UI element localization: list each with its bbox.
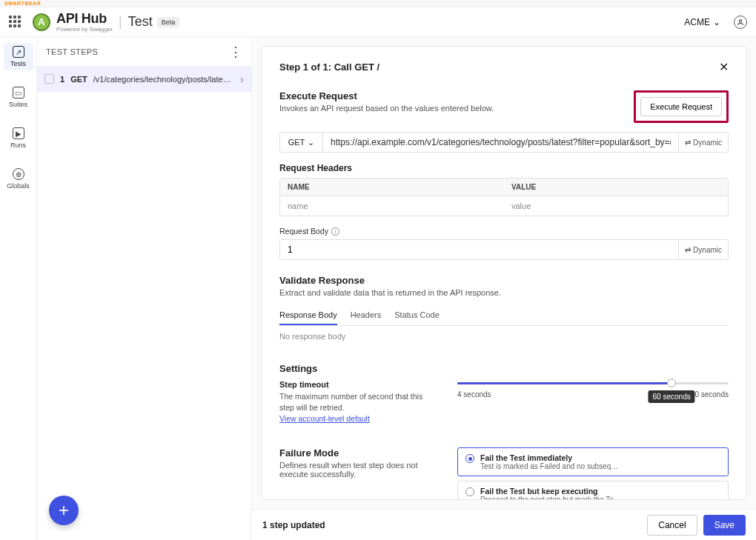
validate-response-desc: Extract and validate data that is return… [279,288,729,297]
test-steps-panel: TEST STEPS ⋮ 1 GET /v1/categories/techno… [37,37,252,540]
request-url-input[interactable] [323,133,678,152]
step-path: /v1/categories/technology/posts/latest?f… [93,75,234,84]
svg-point-0 [739,19,741,21]
header-name-input[interactable]: name [280,196,504,216]
validate-response-title: Validate Response [279,275,729,286]
failure-opt1-title: Fail the Test immediately [480,453,621,462]
brand-block: API Hub Powered by Swagger [56,11,113,33]
app-launcher-icon[interactable] [9,16,22,29]
radio-icon [465,487,474,496]
response-body-empty: No response body [279,332,729,341]
test-steps-header: TEST STEPS ⋮ [37,37,251,67]
tests-icon: ↗ [13,46,24,58]
request-headers-table: NAME VALUE name value [279,178,729,216]
workspace-name: ACME [684,17,710,27]
tab-headers[interactable]: Headers [351,306,382,325]
info-icon[interactable]: i [331,227,339,236]
slider-value-tooltip: 60 seconds [649,390,695,403]
execute-request-title: Execute Request [279,90,494,101]
request-headers-title: Request Headers [279,163,729,173]
validate-tabs: Response Body Headers Status Code [279,306,729,326]
footer-bar: 1 step updated Cancel Save [252,509,756,540]
header-col-name: NAME [280,179,504,196]
runs-icon: ▶ [13,127,24,139]
nav-suites-label: Suites [9,101,27,108]
step-method: GET [70,75,87,84]
failure-mode-options: Fail the Test immediately Test is marked… [457,447,729,500]
dynamic-label: Dynamic [693,139,722,147]
beta-badge: Beta [157,17,180,27]
footer-status-message: 1 step updated [262,520,325,530]
view-account-default-link[interactable]: View account-level default [279,414,370,423]
execute-request-desc: Invokes an API request based on the valu… [279,104,494,113]
tab-response-body[interactable]: Response Body [279,306,337,325]
request-line: GET ⌄ ⇄ Dynamic [279,132,729,153]
app-header: A API Hub Powered by Swagger | Test Beta… [0,7,756,37]
close-icon[interactable]: ✕ [719,60,729,74]
slider-fill [457,382,672,384]
add-step-button[interactable]: + [49,496,79,525]
cancel-button[interactable]: Cancel [647,515,697,536]
nav-runs[interactable]: ▶ Runs [4,124,33,152]
primary-side-nav: ↗ Tests ▭ Suites ▶ Runs ⊕ Globals [0,37,37,540]
slider-min-label: 4 seconds [457,390,491,399]
table-row[interactable]: name value [280,196,728,216]
timeout-slider[interactable]: 60 seconds 4 seconds 120 seconds [457,380,729,399]
nav-runs-label: Runs [10,141,26,149]
header-value-input[interactable]: value [504,196,728,216]
settings-title: Settings [279,363,729,374]
failure-mode-title: Failure Mode [279,447,435,459]
step-editor-card: Step 1 of 1: Call GET / ✕ Execute Reques… [261,46,747,500]
brand-logo-icon: A [33,13,50,31]
nav-tests-label: Tests [10,60,26,67]
http-method-select[interactable]: GET ⌄ [280,133,323,152]
nav-suites[interactable]: ▭ Suites [4,84,33,111]
request-body-field: ⇄ Dynamic [279,239,729,260]
step-checkbox[interactable] [44,74,54,84]
nav-globals-label: Globals [7,182,30,190]
slider-thumb[interactable] [667,379,676,387]
nav-globals[interactable]: ⊕ Globals [4,165,33,193]
more-menu-icon[interactable]: ⋮ [229,45,242,59]
test-step-row[interactable]: 1 GET /v1/categories/technology/posts/la… [37,67,251,92]
workspace-selector[interactable]: ACME ⌄ [684,17,720,27]
radio-icon [465,454,474,463]
brand-subtitle: Powered by Swagger [56,26,113,33]
chevron-right-icon: › [240,73,244,85]
separator: | [119,14,122,30]
failure-opt1-desc: Test is marked as Failed and no subseque… [480,462,621,470]
chevron-down-icon: ⌄ [308,138,314,147]
http-method-value: GET [288,138,305,147]
brand-name: API Hub [56,11,113,27]
step-number: 1 [60,75,64,84]
dynamic-label: Dynamic [693,246,722,254]
slider-track [457,382,729,384]
page-title: Test [128,14,153,30]
step-timeout-desc: The maximum number of second that this s… [279,391,435,413]
header-col-value: VALUE [504,179,728,196]
failure-option-fail-keep-executing[interactable]: Fail the Test but keep executing Proceed… [457,481,729,500]
chevron-down-icon: ⌄ [713,17,720,27]
execute-request-button[interactable]: Execute Request [640,97,722,116]
suites-icon: ▭ [13,87,24,99]
failure-mode-desc: Defines result when test step does not e… [279,461,435,479]
user-avatar-icon[interactable] [734,16,747,29]
step-timeout-title: Step timeout [279,380,435,389]
save-button[interactable]: Save [703,515,746,536]
failure-option-fail-immediately[interactable]: Fail the Test immediately Test is marked… [457,447,729,476]
editor-title: Step 1 of 1: Call GET / [279,61,379,73]
failure-opt2-desc: Proceed to the next step but mark the Te… [480,496,621,500]
execute-request-highlight: Execute Request [634,90,729,123]
body-dynamic-toggle[interactable]: ⇄ Dynamic [678,240,728,259]
dynamic-icon: ⇄ [685,246,691,254]
nav-tests[interactable]: ↗ Tests [4,43,33,70]
dynamic-icon: ⇄ [685,139,691,147]
failure-opt2-title: Fail the Test but keep executing [480,487,621,496]
editor-main: Step 1 of 1: Call GET / ✕ Execute Reques… [252,37,756,540]
smartbear-label: SMARTBEAR [4,1,41,6]
request-body-input[interactable] [280,240,678,259]
request-body-label: Request Body [279,227,328,236]
test-steps-title: TEST STEPS [46,47,98,56]
url-dynamic-toggle[interactable]: ⇄ Dynamic [678,133,728,152]
tab-status-code[interactable]: Status Code [394,306,440,325]
